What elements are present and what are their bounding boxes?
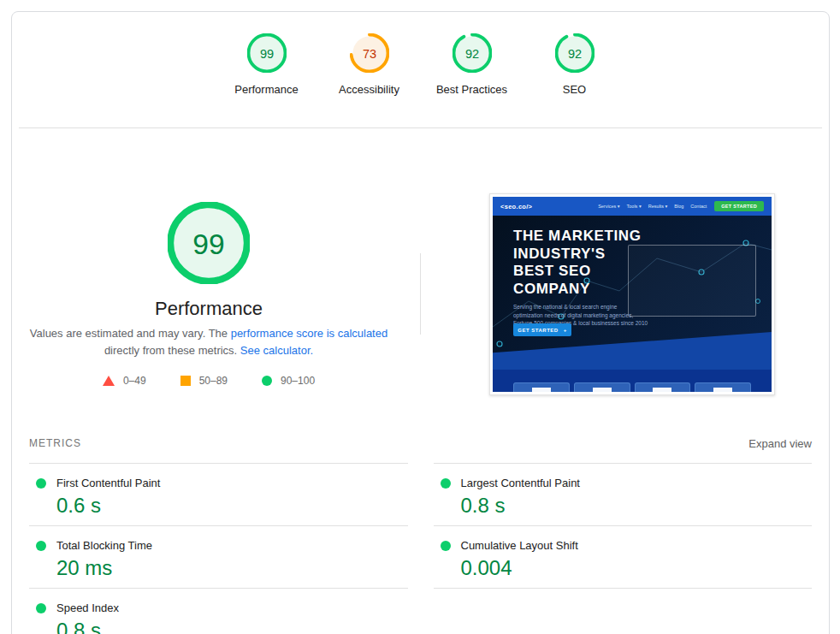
svg-text:92: 92 [464, 47, 478, 61]
lighthouse-report-card: 99 Performance 73 Accessibility 92 Best … [11, 11, 830, 634]
pass-dot-icon [36, 478, 46, 489]
legend-item-fail: 0–49 [103, 375, 146, 387]
thumbnail-site-logo: <seo.co/> [500, 203, 532, 210]
score-legend: 0–49 50–89 90–100 [12, 375, 405, 387]
metric-label: Speed Index [56, 600, 119, 617]
performance-gauge-icon: 99 [247, 33, 287, 73]
metric-label: Largest Contentful Paint [461, 475, 580, 492]
average-square-icon [180, 376, 191, 386]
thumbnail-hero-heading: THE MARKETING INDUSTRY'S BEST SEO COMPAN… [513, 228, 641, 298]
summary-label: Performance [234, 83, 298, 96]
see-calculator-link[interactable]: See calculator. [240, 344, 313, 357]
pass-dot-icon [441, 478, 451, 489]
metric-row-first-contentful-paint: First Contentful Paint 0.6 s [29, 463, 408, 525]
fail-triangle-icon [103, 376, 115, 386]
metric-value: 0.8 s [56, 619, 401, 634]
legend-range: 0–49 [123, 375, 146, 387]
expand-view-button[interactable]: Expand view [748, 437, 812, 450]
vertical-divider [420, 253, 421, 335]
summary-gauge-accessibility[interactable]: 73 Accessibility [318, 33, 421, 96]
best-practices-gauge-icon: 92 [453, 33, 492, 73]
summary-label: Best Practices [436, 83, 507, 96]
page-screenshot-thumbnail[interactable]: <seo.co/> Services ▾ Tools ▾ Results ▾ B… [489, 193, 775, 395]
description-text: Values are estimated and may vary. The [30, 327, 231, 340]
thumbnail-nav-link: Services ▾ [598, 204, 619, 209]
performance-section-title: Performance [12, 298, 405, 320]
metric-row-speed-index: Speed Index 0.8 s [29, 588, 408, 634]
accessibility-gauge-icon: 73 [350, 33, 389, 73]
pass-dot-icon [36, 541, 46, 551]
metric-row-cumulative-layout-shift: Cumulative Layout Shift 0.004 [434, 525, 813, 589]
performance-description: Values are estimated and may vary. The p… [25, 325, 393, 359]
pass-dot-icon [36, 603, 46, 613]
metric-label: Total Blocking Time [56, 537, 152, 554]
thumbnail-card [635, 382, 691, 392]
svg-text:92: 92 [567, 47, 581, 61]
svg-text:73: 73 [362, 47, 376, 61]
thumbnail-nav-link: Contact [690, 204, 707, 209]
thumbnail-nav-link: Blog [674, 204, 683, 209]
summary-label: Accessibility [339, 83, 399, 96]
metrics-section-title: METRICS [29, 437, 81, 449]
metric-value: 0.8 s [461, 494, 806, 518]
metrics-section: METRICS Expand view First Contentful Pai… [12, 427, 829, 634]
seo-gauge-icon: 92 [555, 33, 595, 73]
legend-range: 50–89 [199, 375, 228, 387]
thumbnail-nav-links: Services ▾ Tools ▾ Results ▾ Blog Contac… [598, 204, 707, 209]
thumbnail-nav-bar: <seo.co/> Services ▾ Tools ▾ Results ▾ B… [493, 197, 772, 216]
svg-text:99: 99 [192, 228, 224, 260]
metric-row-total-blocking-time: Total Blocking Time 20 ms [29, 525, 408, 588]
metrics-header: METRICS Expand view [29, 434, 812, 453]
description-text: directly from these metrics. [104, 344, 240, 357]
pass-circle-icon [262, 376, 272, 386]
thumbnail-page-render: <seo.co/> Services ▾ Tools ▾ Results ▾ B… [493, 197, 772, 392]
score-calculation-link[interactable]: performance score is calculated [231, 327, 388, 340]
performance-section: 99 Performance Values are estimated and … [12, 128, 829, 427]
thumbnail-card [574, 382, 630, 392]
summary-gauge-seo[interactable]: 92 SEO [524, 33, 626, 96]
thumbnail-hero-cta-button: GET STARTED+ [513, 323, 571, 336]
metric-value: 0.6 s [56, 494, 401, 518]
metric-value: 0.004 [461, 556, 806, 580]
metric-label: First Contentful Paint [56, 475, 160, 492]
metrics-column-right: Largest Contentful Paint 0.8 s Cumulativ… [434, 463, 813, 634]
metrics-column-left: First Contentful Paint 0.6 s Total Block… [29, 463, 408, 634]
legend-item-pass: 90–100 [262, 375, 315, 387]
thumbnail-card [513, 382, 570, 392]
summary-label: SEO [563, 83, 586, 96]
thumbnail-get-started-button: GET STARTED [714, 201, 764, 211]
summary-gauge-best-practices[interactable]: 92 Best Practices [421, 33, 524, 96]
thumbnail-nav-link: Results ▾ [648, 204, 668, 209]
metric-row-largest-contentful-paint: Largest Contentful Paint 0.8 s [434, 463, 813, 525]
legend-range: 90–100 [281, 375, 315, 387]
svg-text:99: 99 [259, 47, 273, 61]
thumbnail-card [695, 382, 751, 392]
pass-dot-icon [441, 541, 451, 551]
legend-item-average: 50–89 [180, 375, 228, 387]
metric-label: Cumulative Layout Shift [461, 537, 578, 554]
metric-value: 20 ms [56, 556, 401, 580]
metrics-grid: First Contentful Paint 0.6 s Total Block… [29, 463, 812, 634]
thumbnail-nav-link: Tools ▾ [627, 204, 642, 209]
performance-score-gauge: 99 [168, 202, 250, 284]
thumbnail-footer-cards [493, 370, 772, 392]
summary-gauge-performance[interactable]: 99 Performance [216, 33, 318, 96]
category-summary-row: 99 Performance 73 Accessibility 92 Best … [12, 12, 829, 113]
performance-score-gauge-icon: 99 [168, 202, 250, 284]
